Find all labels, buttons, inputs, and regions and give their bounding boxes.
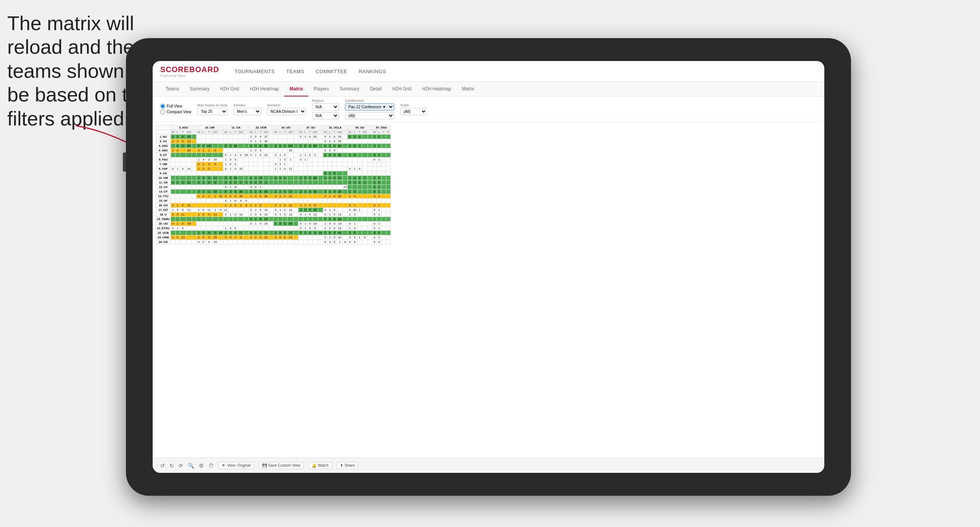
watch-icon: 🔔 <box>312 463 316 468</box>
table-row: 12. UV 018 301 15 01 <box>156 185 391 190</box>
conference-select[interactable]: Pac-12 Conference ▼ (All) <box>345 103 394 111</box>
col-header-ucla: 31. UCLA <box>323 125 347 130</box>
filter-conference: Conference Pac-12 Conference ▼ (All) (Al… <box>345 99 394 119</box>
filter-region: Region N/A N/A <box>312 99 339 119</box>
table-row: 15. UF 01840 <box>156 199 391 203</box>
view-original-label: View: Original <box>227 463 251 468</box>
logo-title: SCOREBOARD <box>160 65 219 74</box>
save-custom-label: Save Custom View <box>268 463 300 468</box>
table-row: 7. UM 0100 100 021 <box>156 162 391 167</box>
matrix-table: 3. ASU 10. UW 11. UA 22. UCB 24. UO 27. … <box>156 125 391 244</box>
tablet-screen: SCOREBOARD Powered by clippd TOURNAMENTS… <box>153 61 824 473</box>
nav-committee[interactable]: COMMITTEE <box>316 67 347 76</box>
tab-teams[interactable]: Teams <box>160 82 184 96</box>
table-row: 17. GIT 10011 101110 11 01013 01010 1002… <box>156 208 391 212</box>
radio-compact-view[interactable]: Compact View <box>160 109 191 114</box>
tab-h2h-grid2[interactable]: H2H Grid <box>387 82 417 96</box>
table-row: 10. UW 13011 3032 4173 041 25066 12051 1… <box>156 176 391 180</box>
table-row: 9. UA 010 <box>156 171 391 176</box>
toolbar: ↺ ↻ ⟳ 🔍 ⚙ ⏱ 👁 View: Original 💾 Save Cust… <box>153 458 824 473</box>
col-header-asu: 3. ASU <box>171 125 197 130</box>
table-row: 6. FSU 14025 100 101 01 01 <box>156 157 391 162</box>
tablet-side-button <box>123 153 126 172</box>
share-icon: ⬆ <box>340 463 343 468</box>
table-row: 21. ETSU 010 100 0109 10014 10 01 <box>156 226 391 231</box>
view-radio-group: Full View Compact View <box>160 104 191 114</box>
filters-bar: Full View Compact View Max teams in view… <box>153 96 824 122</box>
col-header-osu: 57. OSU <box>372 125 390 130</box>
refresh-icon[interactable]: ⟳ <box>179 463 183 469</box>
region-select2[interactable]: N/A <box>312 112 339 119</box>
nav-teams[interactable]: TEAMS <box>286 67 304 76</box>
filter-region-label: Region <box>312 99 339 103</box>
tab-players[interactable]: Players <box>308 82 334 96</box>
asu-d <box>192 130 197 135</box>
table-row: 2. VU 12012 01030 01025 <box>156 139 391 144</box>
filter-gender-label: Gender <box>234 103 261 107</box>
asu-t: T <box>180 130 186 135</box>
filter-division-label: Division <box>267 103 306 107</box>
table-row: 24. UO 02029 03518 40 40 <box>156 240 391 244</box>
tab-h2h-heatmap1[interactable]: H2H Heatmap <box>245 82 284 96</box>
tab-matrix1[interactable]: Matrix <box>284 82 308 96</box>
sub-corner <box>156 130 171 135</box>
table-row: 11. UA 01010 0108 34003 4003 0321 30 <box>156 180 391 185</box>
watch-label: Watch <box>318 463 329 468</box>
gender-select[interactable]: Men's Women's <box>234 108 261 115</box>
filter-team-label: Team <box>400 103 427 107</box>
table-row: 1. AU 12023 20027 01050 01025 010 10 <box>156 135 391 139</box>
filter-gender: Gender Men's Women's <box>234 103 261 115</box>
view-original-btn[interactable]: 👁 View: Original <box>218 462 254 469</box>
filter-division: Division NCAA Division I <box>267 103 306 115</box>
col-header-su: 27. SU <box>298 125 323 130</box>
table-row: 22. UCB 130344 14012 0010 10012 010344 1… <box>156 231 391 235</box>
timer-icon[interactable]: ⏱ <box>208 463 214 469</box>
filter-max-teams: Max teams in view Top 25 Top 50 <box>197 103 227 115</box>
view-icon: 👁 <box>222 463 226 468</box>
tab-h2h-heatmap2[interactable]: H2H Heatmap <box>417 82 456 96</box>
table-row: 20. UG 010-34 01023 10040 01019 10019 01… <box>156 222 391 226</box>
share-btn[interactable]: ⬆ Share <box>337 462 358 469</box>
filter-max-teams-label: Max teams in view <box>197 103 227 107</box>
table-row: 16. UO 21014 12010 110 21011 11011 01 01 <box>156 203 391 208</box>
tab-summary2[interactable]: Summary <box>334 82 364 96</box>
table-row: 3. ASU 4080 50120 2048 01052 000160 0008… <box>156 144 391 148</box>
watch-btn[interactable]: 🔔 Watch <box>308 462 332 469</box>
nav-tournaments[interactable]: TOURNAMENTS <box>234 67 275 76</box>
share-label: Share <box>345 463 355 468</box>
table-row: 18. U 2011 10011 01013 10010 01013 01013… <box>156 212 391 217</box>
undo-icon[interactable]: ↺ <box>160 463 165 469</box>
col-header-uo: 24. UO <box>273 125 298 130</box>
asu-w: W <box>171 130 175 135</box>
redo-icon[interactable]: ↻ <box>169 463 174 469</box>
radio-full-view[interactable]: Full View <box>160 104 191 109</box>
matrix-content: 3. ASU 10. UW 11. UA 22. UCB 24. UO 27. … <box>153 122 824 458</box>
tab-detail[interactable]: Detail <box>364 82 387 96</box>
table-row: 19. TAMU 01013 01013 <box>156 217 391 222</box>
table-row: 14. TTU 221122 02038 12026 22012 21029 1… <box>156 194 391 199</box>
max-teams-select[interactable]: Top 25 Top 50 <box>197 108 227 115</box>
asu-l: L <box>175 130 180 135</box>
tab-summary1[interactable]: Summary <box>184 82 214 96</box>
region-select[interactable]: N/A <box>312 103 339 111</box>
conference-select2[interactable]: (All) <box>345 112 394 119</box>
logo-area: SCOREBOARD Powered by clippd <box>160 65 219 77</box>
team-select[interactable]: (All) <box>400 108 427 115</box>
table-row: 13. UT 21122 02038 12026 22012 21010 210… <box>156 190 391 194</box>
tab-h2h-grid1[interactable]: H2H Grid <box>215 82 245 96</box>
col-header-uw: 10. UW <box>197 125 223 130</box>
settings-icon[interactable]: ⚙ <box>199 463 204 469</box>
col-header-ua: 11. UA <box>223 125 249 130</box>
table-row: 5. UT 014035 01022 010 1102 20140 10 01 <box>156 153 391 157</box>
tablet-device: SCOREBOARD Powered by clippd TOURNAMENTS… <box>126 38 851 496</box>
filter-conference-label: Conference <box>345 99 394 103</box>
col-header-ucb: 22. UCB <box>249 125 273 130</box>
division-select[interactable]: NCAA Division I <box>267 108 306 115</box>
save-custom-btn[interactable]: 💾 Save Custom View <box>259 462 304 469</box>
asu-dif: Dif <box>186 130 192 135</box>
col-header-uu: 54. UU <box>348 125 372 130</box>
save-icon: 💾 <box>262 463 267 468</box>
nav-rankings[interactable]: RANKINGS <box>359 67 386 76</box>
zoom-out-icon[interactable]: 🔍 <box>188 463 194 469</box>
tab-matrix2[interactable]: Matrix <box>456 82 480 96</box>
